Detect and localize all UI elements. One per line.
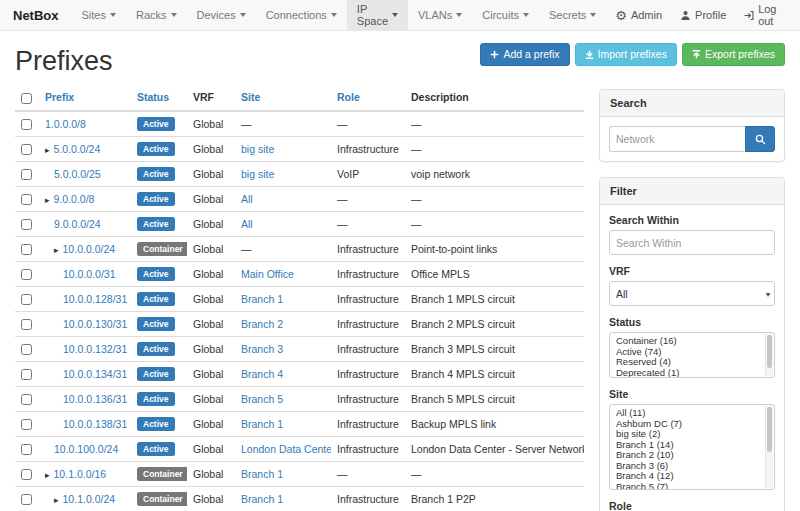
row-checkbox[interactable]	[21, 369, 32, 380]
vrf-select[interactable]: All	[609, 281, 775, 306]
import-prefixes-button[interactable]: Import prefixes	[575, 43, 677, 66]
import-prefixes-label: Import prefixes	[598, 48, 667, 61]
nav-racks[interactable]: Racks	[126, 0, 187, 30]
scrollbar-thumb[interactable]	[767, 407, 772, 452]
row-checkbox[interactable]	[21, 169, 32, 180]
site-link[interactable]: Branch 1	[241, 418, 283, 430]
row-checkbox[interactable]	[21, 469, 32, 480]
nav-vlans[interactable]: VLANs	[408, 0, 472, 30]
row-checkbox[interactable]	[21, 144, 32, 155]
row-checkbox[interactable]	[21, 419, 32, 430]
column-header-site[interactable]: Site	[235, 89, 331, 111]
row-checkbox[interactable]	[21, 194, 32, 205]
prefix-link[interactable]: 5.0.0.0/24	[54, 143, 101, 155]
row-checkbox[interactable]	[21, 294, 32, 305]
site-option[interactable]: Branch 1 (14)	[614, 440, 762, 451]
prefix-link[interactable]: 10.0.0.138/31	[63, 418, 127, 430]
site-link[interactable]: Branch 2	[241, 318, 283, 330]
column-header-status[interactable]: Status	[131, 89, 187, 111]
prefix-link[interactable]: 10.0.0.128/31	[63, 293, 127, 305]
row-checkbox[interactable]	[21, 319, 32, 330]
status-option[interactable]: Container (16)	[614, 336, 762, 347]
status-option[interactable]: Reserved (4)	[614, 357, 762, 368]
expand-arrow-icon[interactable]: ▸	[45, 195, 50, 205]
role-text: Infrastructure	[337, 268, 399, 280]
profile-link[interactable]: Profile	[671, 0, 735, 30]
prefix-link[interactable]: 10.0.0.136/31	[63, 393, 127, 405]
select-all-checkbox[interactable]	[21, 93, 32, 104]
site-option[interactable]: Branch 4 (12)	[614, 471, 762, 482]
description-empty: —	[411, 143, 422, 155]
site-link[interactable]: Branch 1	[241, 293, 283, 305]
site-scrollbar[interactable]	[765, 406, 773, 488]
expand-arrow-icon[interactable]: ▸	[54, 245, 59, 255]
site-link[interactable]: Branch 1	[241, 468, 283, 480]
scrollbar-thumb[interactable]	[767, 335, 772, 368]
prefix-link[interactable]: 10.0.0.0/24	[63, 243, 116, 255]
row-checkbox[interactable]	[21, 269, 32, 280]
site-option[interactable]: Branch 5 (7)	[614, 482, 762, 491]
prefix-link[interactable]: 10.0.0.130/31	[63, 318, 127, 330]
site-link[interactable]: big site	[241, 143, 274, 155]
row-checkbox[interactable]	[21, 344, 32, 355]
status-badge: Active	[137, 142, 175, 156]
site-link[interactable]: big site	[241, 168, 274, 180]
row-checkbox[interactable]	[21, 244, 32, 255]
site-option[interactable]: Ashburn DC (7)	[614, 419, 762, 430]
prefix-link[interactable]: 9.0.0.0/8	[54, 193, 95, 205]
add-prefix-button[interactable]: Add a prefix	[480, 43, 569, 66]
column-header-role[interactable]: Role	[331, 89, 405, 111]
row-checkbox[interactable]	[21, 119, 32, 130]
prefix-link[interactable]: 10.0.0.0/31	[63, 268, 116, 280]
status-option[interactable]: Active (74)	[614, 347, 762, 358]
nav-sites[interactable]: Sites	[72, 0, 126, 30]
nav-secrets[interactable]: Secrets	[539, 0, 606, 30]
site-option[interactable]: Branch 3 (6)	[614, 461, 762, 472]
log-out-link[interactable]: Log out	[735, 0, 800, 30]
search-within-input[interactable]	[609, 230, 775, 255]
site-link[interactable]: All	[241, 193, 253, 205]
prefix-link[interactable]: 10.0.0.132/31	[63, 343, 127, 355]
row-checkbox[interactable]	[21, 494, 32, 505]
prefix-link[interactable]: 1.0.0.0/8	[45, 118, 86, 130]
site-link[interactable]: Branch 1	[241, 493, 283, 505]
site-link[interactable]: Main Office	[241, 268, 294, 280]
role-text: Infrastructure	[337, 318, 399, 330]
site-link[interactable]: Branch 4	[241, 368, 283, 380]
nav-ip-space[interactable]: IP Space	[347, 0, 408, 30]
row-checkbox[interactable]	[21, 219, 32, 230]
site-option[interactable]: All (11)	[614, 408, 762, 419]
site-option[interactable]: big site (2)	[614, 429, 762, 440]
site-link[interactable]: Branch 3	[241, 343, 283, 355]
prefix-link[interactable]: 10.0.0.134/31	[63, 368, 127, 380]
prefix-link[interactable]: 10.0.100.0/24	[54, 443, 118, 455]
export-prefixes-button[interactable]: Export prefixes	[682, 43, 785, 66]
expand-arrow-icon[interactable]: ▸	[45, 470, 50, 480]
admin-link[interactable]: ⚙Admin	[606, 0, 671, 30]
nav-circuits[interactable]: Circuits	[472, 0, 539, 30]
status-listbox[interactable]: Container (16)Active (74)Reserved (4)Dep…	[609, 332, 775, 378]
nav-label: IP Space	[357, 3, 388, 27]
nav-connections[interactable]: Connections	[256, 0, 347, 30]
site-link[interactable]: London Data Center	[241, 443, 331, 455]
search-button[interactable]	[745, 126, 775, 152]
brand[interactable]: NetBox	[0, 0, 72, 30]
status-scrollbar[interactable]	[765, 334, 773, 376]
nav-devices[interactable]: Devices	[187, 0, 256, 30]
search-input[interactable]	[609, 126, 745, 152]
prefix-link[interactable]: 10.1.0.0/24	[63, 493, 116, 505]
column-header-prefix[interactable]: Prefix	[39, 89, 131, 111]
site-link[interactable]: Branch 5	[241, 393, 283, 405]
status-option[interactable]: Deprecated (1)	[614, 368, 762, 379]
site-listbox[interactable]: All (11)Ashburn DC (7)big site (2)Branch…	[609, 404, 775, 490]
row-checkbox[interactable]	[21, 444, 32, 455]
expand-arrow-icon[interactable]: ▸	[54, 495, 59, 505]
prefix-link[interactable]: 5.0.0.0/25	[54, 168, 101, 180]
prefix-link[interactable]: 9.0.0.0/24	[54, 218, 101, 230]
row-checkbox[interactable]	[21, 394, 32, 405]
site-option[interactable]: Branch 2 (10)	[614, 450, 762, 461]
prefix-link[interactable]: 10.1.0.0/16	[54, 468, 107, 480]
description-text: Backup MPLS link	[411, 418, 496, 430]
expand-arrow-icon[interactable]: ▸	[45, 145, 50, 155]
site-link[interactable]: All	[241, 218, 253, 230]
